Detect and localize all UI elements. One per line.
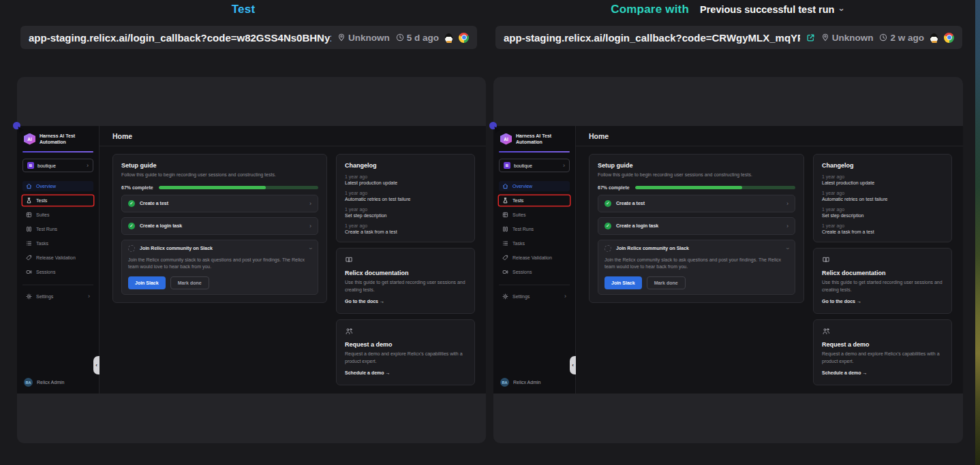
changelog-time: 1 year ago <box>822 191 943 195</box>
test-screenshot-panel[interactable]: AI Harness AI Test Automation B boutique… <box>17 77 486 443</box>
brand-name: Harness AI Test Automation <box>516 133 551 145</box>
sidebar-item-test-runs[interactable]: Test Runs <box>499 224 570 234</box>
clock-icon <box>396 33 404 42</box>
guide-item-create-test[interactable]: ✓ Create a test › <box>121 195 318 212</box>
book-icon <box>822 256 830 263</box>
sidebar-item-overview[interactable]: Overview <box>499 181 570 191</box>
sidebar-item-overview[interactable]: Overview <box>22 181 93 191</box>
avatar: RA <box>500 378 509 387</box>
changelog-time: 1 year ago <box>822 223 943 228</box>
test-url: app-staging.relicx.ai/login_callback?cod… <box>29 32 331 44</box>
sidebar-item-label: Test Runs <box>512 227 534 231</box>
sidebar-item-settings[interactable]: Settings › <box>499 291 570 302</box>
check-circle-icon: ✓ <box>604 223 611 229</box>
guide-item-header[interactable]: Join Relicx community on Slack › <box>128 245 311 252</box>
app-main: Home Setup guide Follow this guide to be… <box>99 126 486 394</box>
compare-screenshot-panel[interactable]: AI Harness AI Test Automation B boutique… <box>493 77 963 443</box>
join-slack-button[interactable]: Join Slack <box>604 276 642 289</box>
project-selector[interactable]: B boutique › <box>499 159 570 172</box>
sidebar-item-tests[interactable]: Tests <box>499 195 570 206</box>
sidebar-item-release-validation[interactable]: Release Validation <box>499 253 570 263</box>
brand: AI Harness AI Test Automation <box>22 133 93 145</box>
documentation-card: Relicx documentation Use this guide to g… <box>336 248 475 314</box>
page-header: Home <box>99 126 486 146</box>
guide-item-create-login-task[interactable]: ✓ Create a login task › <box>121 217 318 235</box>
changelog-entry-title: Create a task from a test <box>345 229 466 234</box>
sidebar-item-settings[interactable]: Settings › <box>22 291 93 302</box>
age-value: 5 d ago <box>407 33 439 43</box>
schedule-demo-link[interactable]: Schedule a demo → <box>345 370 391 375</box>
mark-done-button[interactable]: Mark done <box>170 276 209 289</box>
harness-logo-icon: AI <box>500 133 512 145</box>
compare-run-selector[interactable]: Previous successful test run › <box>700 4 844 15</box>
guide-item-join-slack: Join Relicx community on Slack › Join th… <box>598 240 795 295</box>
content-right-column: Changelog 1 year ago Latest production u… <box>336 154 475 385</box>
video-icon <box>502 269 508 275</box>
join-slack-button[interactable]: Join Slack <box>128 276 166 289</box>
content-right-column: Changelog 1 year ago Latest production u… <box>813 154 952 385</box>
sidebar-item-tests[interactable]: Tests <box>22 195 93 206</box>
clock-icon <box>879 33 887 42</box>
sidebar-item-tasks[interactable]: Tasks <box>499 238 570 248</box>
mark-done-button[interactable]: Mark done <box>647 276 686 289</box>
guide-item-create-login-task[interactable]: ✓ Create a login task › <box>598 217 795 235</box>
guide-item-create-test[interactable]: ✓ Create a test › <box>598 195 795 212</box>
content-left-column: Setup guide Follow this guide to begin r… <box>112 154 327 303</box>
harness-logo-icon: AI <box>24 133 35 145</box>
guide-item-description: Join the Relicx community slack to ask q… <box>128 257 311 271</box>
progress-bar <box>159 186 318 189</box>
changelog-entry: 1 year ago Automatic retries on test fai… <box>345 191 466 202</box>
user-menu[interactable]: RA Relicx Admin <box>22 376 93 388</box>
app-main: Home Setup guide Follow this guide to be… <box>576 126 963 394</box>
sidebar-item-suites[interactable]: Suites <box>499 210 570 220</box>
changelog-entry: 1 year ago Automatic retries on test fai… <box>822 191 943 202</box>
changelog-time: 1 year ago <box>345 223 466 228</box>
changelog-time: 1 year ago <box>345 191 466 195</box>
project-selector[interactable]: B boutique › <box>22 159 93 172</box>
guide-item-label: Join Relicx community on Slack <box>140 246 305 251</box>
people-icon <box>822 327 830 335</box>
sidebar-item-release-validation[interactable]: Release Validation <box>22 253 93 263</box>
changelog-time: 1 year ago <box>345 174 466 179</box>
sidebar-item-label: Tasks <box>512 241 525 246</box>
open-external-button[interactable] <box>806 33 815 42</box>
sidebar-collapse-handle[interactable]: ‹ <box>570 356 576 374</box>
test-comparison-screen: Test Compare with Previous successful te… <box>0 0 980 465</box>
sidebar-item-label: Overview <box>512 184 532 189</box>
go-to-docs-link[interactable]: Go to the docs → <box>345 299 384 304</box>
sidebar-item-test-runs[interactable]: Test Runs <box>22 224 93 234</box>
sidebar-collapse-handle[interactable]: ‹ <box>93 356 99 374</box>
page-title: Home <box>112 132 132 140</box>
demo-title: Request a demo <box>822 341 943 348</box>
linux-penguin-icon <box>930 33 938 42</box>
schedule-demo-link[interactable]: Schedule a demo → <box>822 370 868 375</box>
sidebar-item-sessions[interactable]: Sessions <box>22 267 93 277</box>
flask-icon <box>502 197 508 204</box>
chevron-down-icon: › <box>837 8 847 11</box>
todo-circle-icon <box>128 245 135 252</box>
project-name: boutique <box>37 163 83 168</box>
progress-label: 67% complete <box>598 185 630 190</box>
changelog-entry: 1 year ago Create a task from a test <box>345 223 466 234</box>
compare-run-selector-value: Previous successful test run <box>700 4 834 15</box>
chrome-browser-icon <box>944 33 954 43</box>
home-icon <box>502 183 508 189</box>
guide-item-header[interactable]: Join Relicx community on Slack › <box>604 245 788 252</box>
sidebar-nav: Overview Tests Suites Test Runs Tasks Re… <box>22 181 93 277</box>
sidebar-item-label: Tests <box>36 198 47 203</box>
tag-icon <box>26 255 32 261</box>
content-left-column: Setup guide Follow this guide to begin r… <box>589 154 804 303</box>
chevron-right-icon: › <box>87 163 89 169</box>
sidebar-item-suites[interactable]: Suites <box>22 210 93 220</box>
app-sidebar: AI Harness AI Test Automation B boutique… <box>17 126 99 394</box>
sidebar-item-tasks[interactable]: Tasks <box>22 238 93 248</box>
list-icon <box>502 240 508 246</box>
brand-name-line2: Automation <box>40 139 75 145</box>
go-to-docs-link[interactable]: Go to the docs → <box>822 299 861 304</box>
documentation-title: Relicx documentation <box>822 270 943 276</box>
sidebar-item-label: Tasks <box>36 241 48 246</box>
sidebar-item-sessions[interactable]: Sessions <box>499 267 570 277</box>
changelog-time: 1 year ago <box>822 207 943 212</box>
changelog-time: 1 year ago <box>822 174 943 179</box>
user-menu[interactable]: RA Relicx Admin <box>499 376 570 388</box>
